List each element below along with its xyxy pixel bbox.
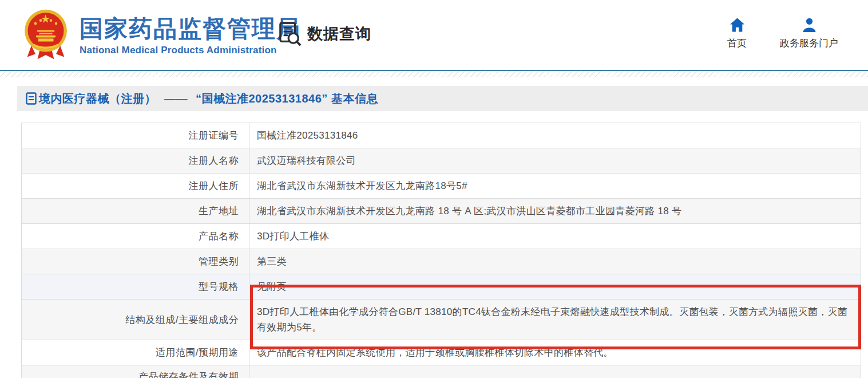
data-query-icon <box>278 21 302 46</box>
row-label: 生产地址 <box>22 199 249 223</box>
table-row: 注册证编号 国械注准20253131846 <box>22 123 861 148</box>
org-subtitle: National Medical Products Administration <box>80 45 301 56</box>
org-title: 国家药品监督管理局 <box>80 14 301 43</box>
brand-logo-block[interactable]: 国家药品监督管理局 National Medical Products Admi… <box>20 7 301 61</box>
data-query-label: 数据查询 <box>307 23 371 44</box>
national-emblem-icon <box>20 7 72 61</box>
nav-home-label: 首页 <box>727 37 747 50</box>
user-icon <box>802 17 817 33</box>
site-header: 国家药品监督管理局 National Medical Products Admi… <box>0 0 868 71</box>
row-value: 3D打印人工椎体 <box>249 224 861 249</box>
row-label: 产品名称 <box>22 224 249 249</box>
top-nav: 首页 政务服务门户 <box>727 17 838 50</box>
table-row: 注册人名称 武汉迈瑞科技有限公司 <box>22 148 861 174</box>
row-label: 管理类别 <box>22 249 249 274</box>
nav-portal[interactable]: 政务服务门户 <box>780 17 838 50</box>
table-row-highlighted: 型号规格 见附页 <box>22 274 861 300</box>
table-row: 注册人住所 湖北省武汉市东湖新技术开发区九龙南路18号5# <box>22 174 861 199</box>
row-value <box>249 365 861 378</box>
table-row: 产品名称 3D打印人工椎体 <box>22 224 861 249</box>
row-label: 注册证编号 <box>22 123 249 148</box>
table-row: 产品储存条件及有效期 <box>22 365 861 378</box>
row-label: 注册人住所 <box>22 174 249 198</box>
page-title-bar: 境内医疗器械（注册）——“国械注准20253131846” 基本信息 <box>17 86 868 111</box>
row-label: 型号规格 <box>22 274 249 299</box>
row-label: 结构及组成/主要组成成分 <box>22 300 249 340</box>
row-value: 湖北省武汉市东湖新技术开发区九龙南路 18 号 A 区;武汉市洪山区青菱都市工业… <box>249 199 861 223</box>
table-row: 适用范围/预期用途 该产品配合脊柱内固定系统使用，适用于颈椎或胸腰椎椎体切除术中… <box>22 340 861 365</box>
registration-info-table: 注册证编号 国械注准20253131846 注册人名称 武汉迈瑞科技有限公司 注… <box>21 123 861 378</box>
row-value: 国械注准20253131846 <box>249 123 861 148</box>
table-row: 结构及组成/主要组成成分 3D打印人工椎体由化学成分符合GB/T 13810的T… <box>22 300 861 340</box>
page-title: 境内医疗器械（注册）——“国械注准20253131846” 基本信息 <box>39 91 378 107</box>
hatched-divider <box>0 71 868 77</box>
table-row: 管理类别 第三类 <box>22 249 861 274</box>
row-value: 该产品配合脊柱内固定系统使用，适用于颈椎或胸腰椎椎体切除术中的椎体替代。 <box>249 340 861 365</box>
data-query-section[interactable]: 数据查询 <box>278 21 371 46</box>
row-label: 适用范围/预期用途 <box>22 340 249 365</box>
row-value: 第三类 <box>249 249 861 274</box>
document-icon <box>26 92 37 105</box>
nav-home[interactable]: 首页 <box>727 17 747 50</box>
home-icon <box>730 17 745 33</box>
nav-portal-label: 政务服务门户 <box>780 37 838 50</box>
table-row: 生产地址 湖北省武汉市东湖新技术开发区九龙南路 18 号 A 区;武汉市洪山区青… <box>22 199 861 224</box>
row-label: 产品储存条件及有效期 <box>22 365 249 378</box>
row-value: 见附页 <box>249 274 861 299</box>
row-value: 武汉迈瑞科技有限公司 <box>249 148 861 173</box>
row-label: 注册人名称 <box>22 148 249 173</box>
row-value: 3D打印人工椎体由化学成分符合GB/T 13810的TC4钛合金粉末经电子束熔融… <box>249 300 861 340</box>
row-value: 湖北省武汉市东湖新技术开发区九龙南路18号5# <box>249 174 861 198</box>
